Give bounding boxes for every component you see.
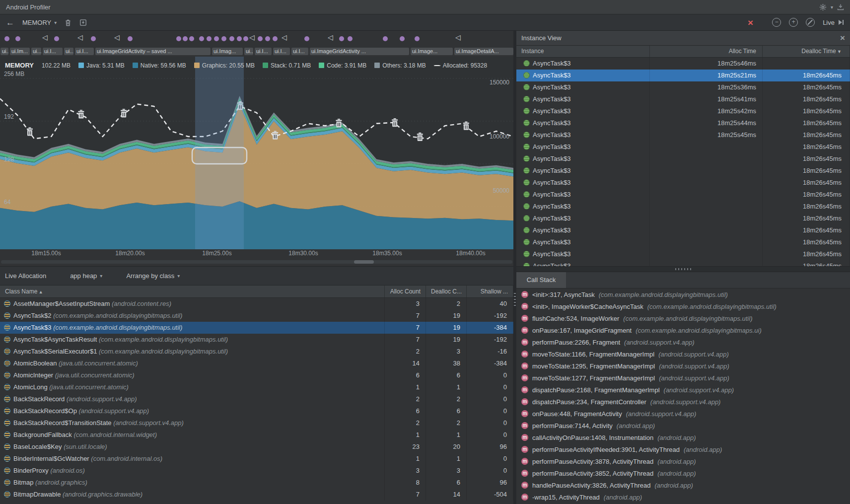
memory-chart-area[interactable]: MEMORY 102.22 MB Java: 5.31 MBNative: 59…: [0, 57, 513, 249]
alloc-column-header[interactable]: Class Name ▲: [0, 286, 385, 297]
instance-column-header[interactable]: Instance: [516, 46, 650, 57]
user-event-dot[interactable]: [214, 36, 219, 41]
user-event-dot[interactable]: [229, 36, 234, 41]
user-event-dot[interactable]: [176, 36, 181, 41]
callstack-row[interactable]: mhandlePauseActivity:3826, ActivityThrea…: [516, 479, 850, 491]
callstack-row[interactable]: mdispatchPause:234, FragmentController(a…: [516, 396, 850, 408]
callstack-row[interactable]: monPause:167, ImageGridFragment(com.exam…: [516, 324, 850, 336]
activity-event-triangle-icon[interactable]: ◁: [42, 33, 48, 42]
activity-label[interactable]: ui.I...: [43, 48, 63, 55]
table-row[interactable]: AsyncTask$3 (com.example.android.display…: [0, 322, 513, 334]
gc-event-trash-icon[interactable]: [392, 118, 398, 127]
instance-row[interactable]: AsyncTask$318m26s45ms: [516, 248, 850, 260]
table-row[interactable]: BackgroundFallback (com.android.internal…: [0, 429, 513, 441]
callstack-row[interactable]: mmoveToState:1277, FragmentManagerImpl(a…: [516, 372, 850, 384]
user-event-dot[interactable]: [199, 36, 204, 41]
user-event-dot[interactable]: [273, 36, 278, 41]
zoom-out-button[interactable]: −: [772, 18, 781, 27]
instance-row[interactable]: AsyncTask$318m26s45ms: [516, 153, 850, 165]
callstack-row[interactable]: mperformPauseActivity:3852, ActivityThre…: [516, 467, 850, 479]
activity-label[interactable]: ui.I...: [291, 48, 308, 55]
gc-event-trash-icon[interactable]: [336, 119, 342, 127]
activity-label[interactable]: ui...: [31, 48, 41, 55]
user-event-dot[interactable]: [183, 36, 188, 41]
callstack-row[interactable]: mperformPauseActivity:3878, ActivityThre…: [516, 455, 850, 467]
callstack-row[interactable]: mperformPauseActivityIfNeeded:3901, Acti…: [516, 443, 850, 455]
instance-row[interactable]: AsyncTask$318m25s21ms18m26s45ms: [516, 70, 850, 81]
callstack-row[interactable]: m<init>:317, AsyncTask(com.example.andro…: [516, 288, 850, 300]
back-button[interactable]: ←: [6, 18, 14, 27]
horizontal-splitter[interactable]: [516, 266, 850, 272]
table-row[interactable]: BackStackRecord (android.support.v4.app)…: [0, 393, 513, 405]
activity-label[interactable]: ui.I...: [273, 48, 290, 55]
gc-event-trash-icon[interactable]: [417, 133, 423, 141]
activity-event-triangle-icon[interactable]: ◁: [77, 33, 83, 42]
user-event-dot[interactable]: [243, 36, 248, 41]
gc-event-trash-icon[interactable]: [121, 109, 127, 117]
user-event-dot[interactable]: [383, 36, 388, 41]
callstack-row[interactable]: m<init>, ImageWorker$CacheAsyncTask(com.…: [516, 300, 850, 312]
instance-row[interactable]: AsyncTask$318m26s45ms: [516, 177, 850, 189]
instance-row[interactable]: AsyncTask$318m26s45ms: [516, 224, 850, 236]
user-event-dot[interactable]: [415, 36, 420, 41]
instance-row[interactable]: AsyncTask$318m26s45ms: [516, 165, 850, 177]
settings-gear-icon[interactable]: [819, 3, 827, 11]
callstack-row[interactable]: m-wrap15, ActivityThread(android.app): [516, 491, 850, 503]
callstack-row[interactable]: mmoveToState:1295, FragmentManagerImpl(a…: [516, 360, 850, 372]
table-row[interactable]: AtomicLong (java.util.concurrent.atomic)…: [0, 381, 513, 393]
heap-dropdown[interactable]: app heap ▾: [70, 272, 102, 280]
activity-label[interactable]: ui.ImageGridActivity ...: [310, 48, 409, 55]
tab-call-stack[interactable]: Call Stack: [516, 272, 566, 288]
instance-row[interactable]: AsyncTask$318m26s45ms: [516, 213, 850, 224]
instance-row[interactable]: AsyncTask$318m25s41ms18m26s45ms: [516, 93, 850, 105]
event-timeline[interactable]: ◁◁◁◁◁◁◁ ui...ui.Im...ui...ui.I...ui...ui…: [0, 31, 513, 57]
gc-event-trash-icon[interactable]: [463, 122, 469, 130]
callstack-row[interactable]: mdispatchPause:2168, FragmentManagerImpl…: [516, 384, 850, 396]
activity-event-triangle-icon[interactable]: ◁: [114, 33, 120, 42]
user-event-dot[interactable]: [15, 36, 20, 41]
instance-row[interactable]: AsyncTask$318m25s46ms: [516, 58, 850, 70]
instance-row[interactable]: AsyncTask$318m26s45ms: [516, 189, 850, 201]
instance-row[interactable]: AsyncTask$318m25s36ms18m26s45ms: [516, 81, 850, 93]
activity-label[interactable]: ui...: [64, 48, 73, 55]
table-row[interactable]: AtomicInteger (java.util.concurrent.atom…: [0, 369, 513, 381]
user-event-dot[interactable]: [339, 36, 344, 41]
instance-row[interactable]: AsyncTask$318m26s45ms: [516, 236, 850, 248]
end-session-close-icon[interactable]: ×: [748, 18, 753, 27]
table-row[interactable]: AtomicBoolean (java.util.concurrent.atom…: [0, 358, 513, 369]
profiler-type-dropdown[interactable]: MEMORY ▾: [22, 19, 57, 26]
table-row[interactable]: Bitmap (android.graphics)8696: [0, 477, 513, 489]
callstack-row[interactable]: mmoveToState:1166, FragmentManagerImpl(a…: [516, 348, 850, 360]
arrange-dropdown[interactable]: Arrange by class ▾: [126, 272, 180, 280]
scrollbar-thumb[interactable]: [354, 260, 374, 264]
user-event-dot[interactable]: [400, 36, 405, 41]
download-icon[interactable]: [837, 3, 844, 10]
activity-label[interactable]: ui...: [0, 48, 8, 55]
user-event-dot[interactable]: [258, 36, 263, 41]
gc-event-trash-icon[interactable]: [78, 110, 84, 118]
force-gc-trash-icon[interactable]: [65, 19, 71, 26]
activity-label[interactable]: ui.ImageGridActivity – saved ...: [95, 48, 211, 55]
callstack-row[interactable]: mperformPause:2266, Fragment(android.sup…: [516, 336, 850, 348]
table-row[interactable]: AsyncTask$SerialExecutor$1 (com.example.…: [0, 346, 513, 358]
table-row[interactable]: BinderInternal$GcWatcher (com.android.in…: [0, 453, 513, 465]
instance-row[interactable]: AsyncTask$318m26s45ms: [516, 201, 850, 213]
table-row[interactable]: BinderProxy (android.os)330: [0, 465, 513, 477]
user-event-dot[interactable]: [207, 36, 212, 41]
user-event-dot[interactable]: [221, 36, 226, 41]
user-event-dot[interactable]: [4, 36, 9, 41]
gc-event-trash-icon[interactable]: [272, 131, 278, 140]
activity-event-triangle-icon[interactable]: ◁: [249, 33, 255, 42]
user-event-dot[interactable]: [237, 36, 242, 41]
user-event-dot[interactable]: [128, 36, 133, 41]
alloc-column-header[interactable]: Shallow ...: [467, 286, 513, 297]
live-button[interactable]: Live: [823, 19, 844, 26]
activity-event-triangle-icon[interactable]: ◁: [328, 33, 333, 42]
table-row[interactable]: BaseLocale$Key (sun.util.locale)232096: [0, 441, 513, 453]
instance-row[interactable]: AsyncTask$318m25s45ms18m26s45ms: [516, 129, 850, 141]
zoom-in-button[interactable]: +: [789, 18, 798, 27]
table-row[interactable]: AssetManager$AssetInputStream (android.c…: [0, 298, 513, 310]
activity-label[interactable]: ui.ImageDetailA...: [454, 48, 513, 55]
user-event-dot[interactable]: [304, 36, 309, 41]
instance-row[interactable]: AsyncTask$318m26s45ms: [516, 141, 850, 153]
